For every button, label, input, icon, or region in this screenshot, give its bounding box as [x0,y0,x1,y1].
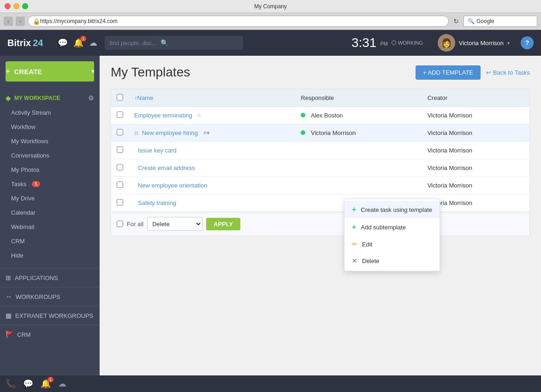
browser-search[interactable]: 🔍 Google [464,16,537,27]
row-menu-icon[interactable]: ≡▾ [203,129,210,136]
table-row: Safety training Victoria Morrison [111,194,530,212]
browser-titlebar: My Company [0,0,541,13]
gear-icon[interactable]: ⚙ [88,94,94,102]
sidebar-item-label: My Photos [11,166,39,173]
row-checkbox[interactable] [117,181,123,188]
row-menu-icon[interactable]: ≡ [197,112,201,119]
activity-icon[interactable]: ☁ [89,38,97,48]
row-creator-cell: Victoria Morrison [422,159,530,177]
template-link[interactable]: New employee orientation [138,182,207,189]
back-icon: ↩ [486,69,491,76]
bottom-chat-icon[interactable]: 💬 [23,379,33,389]
close-button[interactable] [5,3,11,9]
sidebar-item-webmail[interactable]: Webmail [0,220,100,234]
bottom-bar: 📞 💬 🔔 1 ☁ [0,375,541,392]
notifications-icon[interactable]: 🔔 1 [73,38,83,48]
forward-button[interactable]: › [16,17,25,26]
row-checkbox[interactable] [117,111,123,118]
header-clock: 3:31 PM WORKING [351,35,423,50]
workgroups-label: WORKGROUPS [16,293,60,300]
context-menu-label: Create task using template [361,206,432,213]
messages-icon[interactable]: 💬 [58,38,68,48]
maximize-button[interactable] [22,3,28,9]
back-to-tasks-link[interactable]: ↩ Back to Tasks [486,69,530,76]
name-header[interactable]: ↑Name [129,89,295,107]
row-checkbox-cell [111,177,129,194]
sidebar-crm-bottom[interactable]: 🚩 CRM [0,327,100,342]
header-user[interactable]: 👩 Victoria Morrison ▾ [438,34,510,52]
bottom-phone-icon[interactable]: 📞 [6,379,16,389]
clock-status[interactable]: WORKING [392,40,423,46]
refresh-button[interactable]: ↻ [452,17,461,26]
divider-3 [0,306,100,306]
row-responsible-cell [295,177,422,194]
url-bar[interactable]: 🔒 https://mycompany.bitrix24.com [28,16,449,27]
clock-pm: PM [380,41,388,47]
collapse-icon[interactable]: ⊟ [134,130,138,136]
divider-2 [0,287,100,287]
table-row: ⊟ New employee hiring ≡▾ Victoria Morris… [111,124,530,142]
row-creator-cell: Victoria Morrison [422,177,530,194]
header-search[interactable]: find people, doc... 🔍 [105,36,243,50]
bottom-activity-icon[interactable]: ☁ [58,379,66,389]
context-menu-delete[interactable]: ✕ Delete [345,252,440,269]
divider-1 [0,268,100,269]
sidebar-item-my-drive[interactable]: My Drive [0,191,100,205]
bulk-select-checkbox[interactable] [117,221,123,227]
pencil-icon: ✏ [352,240,357,248]
content-header: My Templates + ADD TEMPLATE ↩ Back to Ta… [111,65,530,80]
context-menu-edit[interactable]: ✏ Edit [345,236,440,252]
row-checkbox-cell [111,159,129,177]
template-link[interactable]: Issue key card [138,147,177,154]
workspace-section: ◆ MY WORKSPACE ⚙ Activity Stream Workflo… [0,87,100,266]
back-button[interactable]: ‹ [4,17,13,26]
sidebar-item-my-workflows[interactable]: My Workflows [0,134,100,148]
sidebar-workgroups[interactable]: ↔ WORKGROUPS [0,289,100,304]
sidebar-extranet[interactable]: ▦ EXTRANET WORKGROUPS [0,308,100,323]
context-menu-create-task[interactable]: + Create task using template [345,201,440,218]
create-button[interactable]: + CREATE ▾ [6,61,94,82]
template-link[interactable]: Create email address [138,164,195,171]
extranet-icon: ▦ [6,312,12,319]
sidebar-item-hide[interactable]: Hide [0,248,100,263]
row-checkbox[interactable] [117,146,123,153]
sidebar-item-my-photos[interactable]: My Photos [0,163,100,177]
apply-button[interactable]: APPLY [206,218,240,230]
add-template-button[interactable]: + ADD TEMPLATE [416,65,481,80]
create-arrow-icon: ▾ [91,68,94,75]
sidebar-item-tasks[interactable]: Tasks 5 [0,177,100,191]
row-creator-cell: Victoria Morrison [422,142,530,159]
help-button[interactable]: ? [521,36,534,49]
row-checkbox-cell [111,107,129,124]
template-link[interactable]: Safety training [138,199,176,206]
sidebar-item-activity-stream[interactable]: Activity Stream [0,105,100,120]
sidebar-item-crm[interactable]: CRM [0,234,100,248]
template-link[interactable]: New employee hiring [142,129,198,136]
bulk-action-dropdown[interactable]: Delete [147,217,202,231]
table-row: Create email address Victoria Morrison [111,159,530,177]
search-icon: 🔍 [468,18,475,24]
context-menu-add-subtemplate[interactable]: + Add subtemplate [345,218,440,236]
browser-title: My Company [254,3,287,10]
divider-4 [0,325,100,325]
sidebar-item-workflow[interactable]: Workflow [0,120,100,134]
sidebar-item-conversations[interactable]: Conversations [0,148,100,163]
template-link[interactable]: Employee terminating [134,112,192,119]
minimize-button[interactable] [13,3,19,9]
responsible-header: Responsible [295,89,422,107]
row-checkbox[interactable] [117,129,123,135]
workspace-label: MY WORKSPACE [14,95,60,101]
row-checkbox[interactable] [117,199,123,205]
sidebar-item-label: My Drive [11,195,35,202]
row-checkbox[interactable] [117,164,123,170]
table-row: Employee terminating ≡ Alex Boston Victo… [111,107,530,124]
sidebar-applications[interactable]: ⊞ APPLICATIONS [0,270,100,285]
responsible-name: Victoria Morrison [311,129,356,136]
app-logo[interactable]: Bitrix 24 [7,38,43,48]
select-all-checkbox[interactable] [117,94,123,100]
table-body: Employee terminating ≡ Alex Boston Victo… [111,107,530,212]
sidebar-item-calendar[interactable]: Calendar [0,205,100,220]
workspace-header[interactable]: ◆ MY WORKSPACE ⚙ [0,91,100,105]
bottom-notifications-icon[interactable]: 🔔 1 [41,379,51,389]
creator-header: Creator [422,89,530,107]
